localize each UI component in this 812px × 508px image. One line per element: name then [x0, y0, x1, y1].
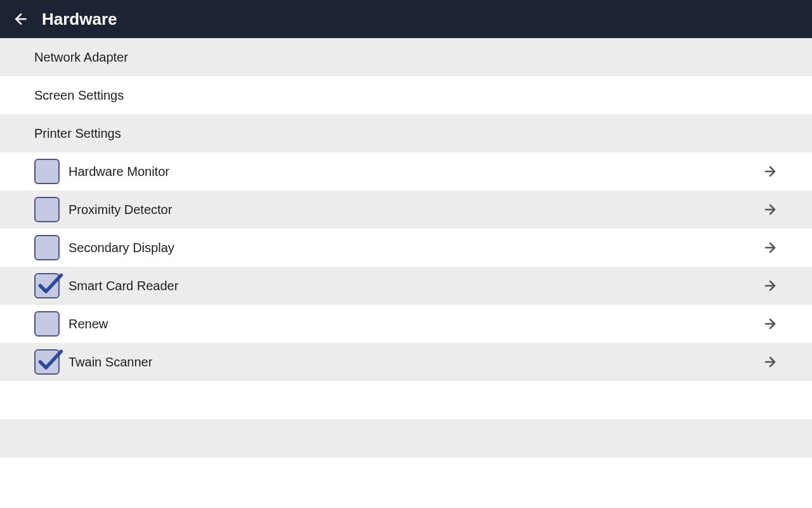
arrow-right-icon[interactable] [763, 164, 778, 179]
list-row: Renew [0, 305, 812, 343]
list-row[interactable]: Printer Settings [0, 114, 812, 152]
checkbox[interactable] [34, 197, 60, 222]
header: Hardware [0, 0, 812, 38]
row-label[interactable]: Proximity Detector [69, 203, 763, 217]
check-icon [36, 347, 63, 375]
arrow-right-icon[interactable] [763, 316, 778, 331]
list-row: Proximity Detector [0, 190, 812, 229]
list-row: Hardware Monitor [0, 152, 812, 190]
row-label[interactable]: Secondary Display [69, 241, 763, 255]
checkbox[interactable] [34, 159, 60, 184]
row-label[interactable]: Renew [69, 317, 763, 331]
arrow-left-icon [13, 11, 29, 27]
arrow-right-icon[interactable] [763, 354, 778, 370]
spacer-row [0, 457, 812, 495]
row-label[interactable]: Hardware Monitor [69, 164, 763, 179]
list-row[interactable]: Screen Settings [0, 76, 812, 114]
list-row: Smart Card Reader [0, 267, 812, 305]
spacer-row [0, 419, 812, 457]
check-icon [36, 271, 63, 298]
checkbox[interactable] [34, 273, 60, 298]
spacer-row [0, 381, 812, 419]
list-row: Twain Scanner [0, 343, 812, 381]
list-row: Secondary Display [0, 229, 812, 267]
arrow-right-icon[interactable] [763, 202, 778, 217]
list-row[interactable]: Network Adapter [0, 38, 812, 76]
checkbox[interactable] [34, 311, 60, 337]
row-label: Network Adapter [34, 50, 778, 65]
row-label[interactable]: Smart Card Reader [69, 279, 763, 293]
back-button[interactable] [13, 11, 29, 27]
arrow-right-icon[interactable] [763, 278, 778, 293]
arrow-right-icon[interactable] [763, 240, 778, 255]
rows-container: Network AdapterScreen SettingsPrinter Se… [0, 38, 812, 381]
row-label[interactable]: Twain Scanner [69, 355, 763, 370]
checkbox[interactable] [34, 349, 60, 375]
row-label: Screen Settings [34, 88, 778, 103]
page-title: Hardware [42, 10, 117, 29]
checkbox[interactable] [34, 235, 60, 260]
row-label: Printer Settings [34, 126, 778, 141]
